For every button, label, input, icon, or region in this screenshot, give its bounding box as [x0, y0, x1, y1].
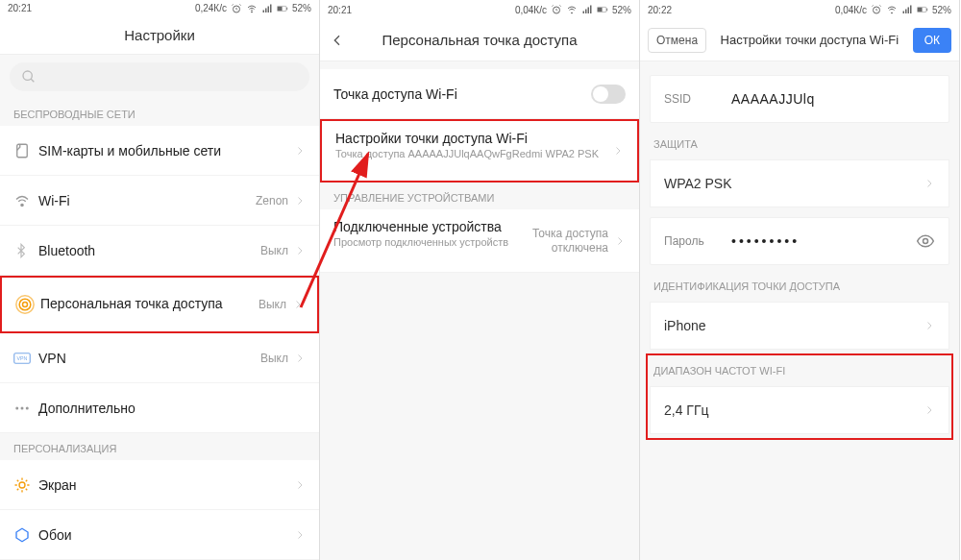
- field-label: Пароль: [664, 234, 731, 248]
- field-value: AAAAAJJUlq: [731, 91, 935, 107]
- status-time: 20:21: [8, 3, 32, 13]
- ap-settings-header: Отмена Настройки точки доступа Wi-Fi ОК: [640, 19, 959, 61]
- hotspot-header: Персональная точка доступа: [320, 19, 639, 61]
- svg-rect-20: [598, 8, 603, 12]
- row-wallpaper[interactable]: Обои: [0, 510, 319, 560]
- cancel-button[interactable]: Отмена: [648, 28, 706, 53]
- status-battery: 52%: [292, 3, 311, 13]
- chevron-right-icon: [294, 479, 306, 491]
- svg-point-14: [21, 406, 24, 409]
- chevron-right-icon: [294, 145, 306, 157]
- row-hotspot[interactable]: Персональная точка доступа Выкл: [0, 276, 319, 333]
- wallpaper-icon: [13, 526, 31, 544]
- wifi-icon: [13, 192, 31, 209]
- wifi-icon: [566, 4, 578, 15]
- svg-point-13: [15, 406, 18, 409]
- signal-icon: [581, 4, 593, 15]
- row-value: Zenon: [256, 194, 288, 207]
- more-icon: [13, 400, 31, 417]
- row-sublabel: Просмотр подключенных устройств: [333, 236, 522, 248]
- band-select[interactable]: 2,4 ГГц: [650, 386, 949, 434]
- svg-rect-6: [17, 144, 28, 158]
- row-label: Подключенные устройства: [333, 219, 522, 234]
- row-label: Персональная точка доступа: [40, 296, 259, 313]
- row-wifi[interactable]: Wi-Fi Zenon: [0, 176, 319, 226]
- settings-panel: 20:21 0,24К/с 52% Настройки БЕСПРОВОДНЫЕ…: [0, 0, 320, 560]
- ssid-field[interactable]: SSID AAAAAJJUlq: [650, 75, 949, 123]
- wifi-icon: [246, 3, 258, 14]
- password-field[interactable]: Пароль •••••••••: [650, 217, 949, 265]
- select-value: WPA2 PSK: [664, 176, 924, 191]
- status-datarate: 0,24К/с: [195, 3, 227, 13]
- back-icon[interactable]: [330, 33, 345, 48]
- status-bar: 20:21 0,24К/с 52%: [0, 0, 319, 17]
- chevron-right-icon: [294, 245, 306, 256]
- display-icon: [13, 476, 31, 494]
- chevron-right-icon: [614, 235, 626, 247]
- svg-point-15: [26, 406, 29, 409]
- toggle-switch[interactable]: [591, 85, 626, 104]
- section-security: ЗАЩИТА: [640, 129, 959, 156]
- field-value: •••••••••: [731, 233, 916, 249]
- row-label: VPN: [38, 351, 260, 366]
- svg-rect-27: [926, 9, 927, 12]
- row-ap-settings[interactable]: Настройки точки доступа Wi-Fi Точка дост…: [320, 119, 639, 183]
- signal-icon: [261, 3, 273, 14]
- status-time: 20:21: [328, 5, 352, 15]
- row-ap-toggle[interactable]: Точка доступа Wi-Fi: [320, 69, 639, 119]
- svg-point-9: [19, 299, 31, 310]
- row-more[interactable]: Дополнительно: [0, 383, 319, 433]
- row-bluetooth[interactable]: Bluetooth Выкл: [0, 226, 319, 276]
- row-value: Выкл: [259, 298, 286, 311]
- row-label: Bluetooth: [38, 243, 260, 258]
- row-value: Точка доступа отключена: [522, 227, 608, 255]
- ident-select[interactable]: iPhone: [650, 302, 949, 350]
- section-ident: ИДЕНТИФИКАЦИЯ ТОЧКИ ДОСТУПА: [640, 271, 959, 298]
- svg-point-28: [924, 239, 928, 244]
- chevron-right-icon: [924, 178, 935, 189]
- select-value: iPhone: [664, 318, 924, 333]
- svg-text:VPN: VPN: [17, 355, 28, 361]
- hotspot-panel: 20:21 0,04К/с 52% Персональная точка дос…: [320, 0, 640, 560]
- row-label: Экран: [38, 477, 294, 493]
- battery-icon: [277, 3, 288, 14]
- section-device-mgmt: УПРАВЛЕНИЕ УСТРОЙСТВАМИ: [320, 183, 639, 209]
- row-value: Выкл: [260, 244, 288, 257]
- settings-header: Настройки: [0, 17, 319, 55]
- row-display[interactable]: Экран: [0, 460, 319, 510]
- status-bar: 20:21 0,04К/с 52%: [320, 0, 639, 19]
- chevron-right-icon: [924, 404, 935, 416]
- row-sim[interactable]: SIM-карты и мобильные сети: [0, 126, 319, 176]
- chevron-right-icon: [294, 195, 306, 207]
- chevron-right-icon: [924, 320, 935, 331]
- row-sublabel: Точка доступа AAAAAJJUlqAAQwFgRedmi WPA2…: [335, 148, 612, 159]
- security-select[interactable]: WPA2 PSK: [650, 159, 949, 207]
- status-datarate: 0,04К/с: [835, 5, 867, 15]
- search-input[interactable]: [10, 62, 309, 91]
- row-vpn[interactable]: VPN VPN Выкл: [0, 333, 319, 383]
- ok-button[interactable]: ОК: [913, 28, 951, 53]
- eye-icon[interactable]: [916, 231, 935, 251]
- page-title: Настройки: [124, 27, 195, 43]
- alarm-icon: [231, 3, 242, 14]
- signal-icon: [901, 4, 913, 15]
- status-time: 20:22: [648, 5, 672, 15]
- svg-point-18: [571, 12, 572, 13]
- page-title: Настройки точки доступа Wi-Fi: [714, 33, 905, 47]
- chevron-right-icon: [292, 299, 304, 310]
- row-value: Выкл: [260, 352, 288, 365]
- row-label: Настройки точки доступа Wi-Fi: [335, 131, 612, 146]
- svg-rect-4: [286, 8, 287, 11]
- row-connected-devices[interactable]: Подключенные устройства Просмотр подключ…: [320, 209, 639, 273]
- ap-settings-panel: 20:22 0,04К/с 52% Отмена Настройки точки…: [640, 0, 960, 560]
- svg-point-24: [891, 12, 892, 13]
- row-label: SIM-карты и мобильные сети: [38, 143, 294, 158]
- search-icon: [21, 69, 37, 85]
- svg-rect-3: [278, 7, 283, 11]
- status-battery: 52%: [932, 5, 951, 15]
- chevron-right-icon: [294, 529, 306, 541]
- battery-icon: [917, 4, 928, 15]
- svg-point-8: [23, 303, 28, 307]
- row-label: Точка доступа Wi-Fi: [333, 86, 591, 102]
- status-bar: 20:22 0,04К/с 52%: [640, 0, 959, 19]
